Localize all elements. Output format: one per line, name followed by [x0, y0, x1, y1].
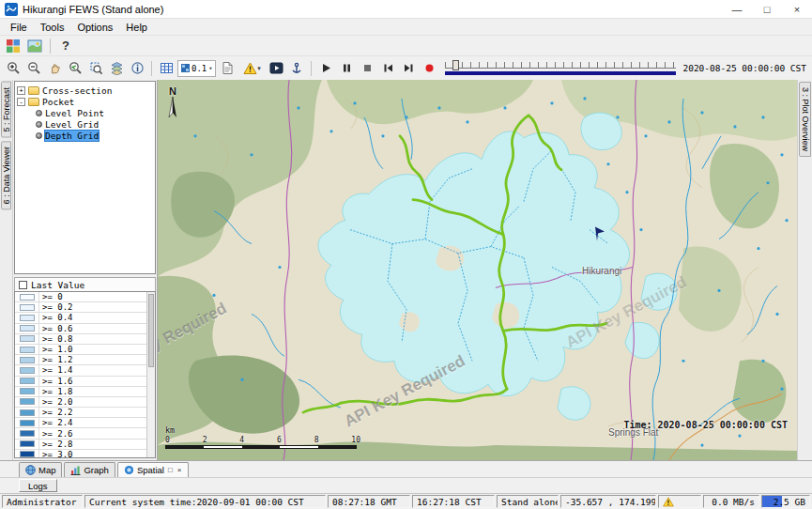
profile-tool-icon[interactable] — [287, 59, 306, 78]
class-break-value: 0.1 — [192, 64, 207, 73]
tab-close-icon[interactable]: × — [176, 466, 183, 474]
time-slider-thumb[interactable] — [452, 60, 459, 70]
menu-tools[interactable]: Tools — [34, 21, 71, 34]
expand-icon[interactable]: + — [17, 86, 25, 95]
north-arrow: N — [167, 85, 178, 123]
main-toolbar: ? — [0, 35, 812, 55]
time-slider-range-bar — [445, 71, 676, 75]
tab-data-viewer[interactable]: 6 : Data Viewer — [1, 141, 11, 209]
legend-row: >= 1.8 — [15, 387, 146, 397]
app-logo-icon — [5, 3, 18, 16]
menu-bar: File Tools Options Help — [0, 19, 812, 35]
zoom-extent-icon[interactable] — [86, 59, 105, 78]
tab-plot-overview[interactable]: 3 : Plot Overview — [799, 82, 811, 157]
maximize-button[interactable]: □ — [752, 0, 782, 18]
map-time-label: Time: 2020-08-25 00:00:00 CST — [623, 420, 788, 430]
map-display-icon[interactable] — [25, 37, 44, 55]
chart-icon — [70, 465, 81, 475]
main-area: 5 : Forecast 6 : Data Viewer + Cross-sec… — [0, 80, 812, 460]
warning-icon — [663, 497, 674, 507]
legend-row: >= 2.8 — [15, 440, 146, 450]
legend-swatch — [20, 378, 35, 384]
legend-swatch — [20, 451, 35, 457]
tree-leaf-level-grid[interactable]: Level Grid — [17, 118, 153, 130]
record-icon[interactable] — [420, 59, 438, 78]
legend-row: >= 3.0 — [15, 450, 146, 458]
help-icon[interactable]: ? — [56, 37, 75, 55]
folder-icon — [28, 86, 39, 95]
menu-help[interactable]: Help — [119, 21, 154, 34]
legend-row: >= 2.6 — [15, 428, 146, 439]
step-forward-icon[interactable] — [399, 59, 418, 78]
database-icon[interactable] — [4, 37, 23, 55]
layer-dot-icon — [36, 121, 42, 128]
tab-spatial[interactable]: Spatial □ × — [117, 462, 190, 477]
tab-spatial-label: Spatial — [137, 465, 164, 475]
tree-leaf-label-selected: Depth Grid — [45, 131, 99, 141]
memory-label: 2.5 GB — [774, 497, 805, 507]
legend-swatch — [20, 294, 35, 301]
tab-map-label: Map — [38, 465, 55, 475]
minimize-button[interactable]: — — [722, 0, 752, 18]
grid-display-icon[interactable] — [157, 59, 176, 78]
legend-panel: Last Value >= 0 >= 0.2 >= 0.4 >= 0.6 >= … — [13, 275, 157, 460]
tree-node-pocket[interactable]: - Pocket — [17, 96, 153, 107]
menu-options[interactable]: Options — [70, 21, 119, 34]
status-throughput: 0.0 MB/s — [703, 495, 759, 508]
tab-restore-icon[interactable]: □ — [167, 466, 174, 474]
basemap-image — [158, 80, 797, 460]
legend-swatch — [20, 347, 35, 353]
tab-graph[interactable]: Graph — [64, 462, 115, 477]
last-value-checkbox[interactable] — [19, 281, 27, 289]
current-time-label: 2020-08-25 00:00:00 CST — [682, 63, 808, 73]
legend-scrollbar-thumb[interactable] — [148, 294, 154, 367]
window-controls: — □ × — [722, 0, 812, 18]
legend-swatch — [20, 315, 35, 321]
legend-row: >= 0.8 — [15, 334, 146, 345]
collapse-icon[interactable]: - — [17, 98, 25, 106]
display-tab-bar: Map Graph Spatial □ × — [0, 460, 812, 477]
zoom-out-icon[interactable] — [24, 59, 43, 78]
info-icon[interactable] — [128, 59, 146, 78]
legend-swatch — [20, 304, 35, 311]
pause-icon[interactable] — [337, 59, 356, 78]
status-bar: Administrator Current system time:2020-0… — [0, 493, 812, 509]
stop-icon[interactable] — [358, 59, 376, 78]
legend-swatch — [20, 325, 35, 332]
map-view[interactable]: N API Key Required API Key Required API … — [158, 80, 797, 460]
pan-icon[interactable] — [45, 59, 64, 78]
logs-button[interactable]: Logs — [19, 479, 57, 492]
map-scalebar: km 02 46 810 — [165, 425, 360, 449]
step-back-icon[interactable] — [378, 59, 397, 78]
tab-forecast[interactable]: 5 : Forecast — [1, 82, 11, 138]
compass-label: N — [167, 85, 178, 97]
close-button[interactable]: × — [782, 0, 812, 18]
legend-row: >= 0.4 — [15, 313, 146, 323]
animation-icon[interactable] — [267, 59, 285, 78]
legend-swatch — [20, 440, 35, 447]
left-panel: + Cross-section - Pocket Level Point Lev… — [13, 80, 158, 460]
zoom-in-icon[interactable] — [4, 59, 23, 78]
tree-leaf-level-point[interactable]: Level Point — [17, 107, 153, 118]
tree-leaf-label: Level Grid — [45, 119, 99, 130]
globe-icon — [25, 465, 36, 475]
time-slider[interactable] — [445, 59, 676, 78]
zoom-previous-icon[interactable] — [66, 59, 84, 78]
legend-swatch — [20, 420, 35, 426]
tab-map[interactable]: Map — [19, 462, 62, 477]
legend-swatch — [20, 357, 35, 363]
document-icon[interactable] — [218, 59, 237, 78]
tree-node-cross-section[interactable]: + Cross-section — [17, 85, 153, 96]
layer-dot-icon — [36, 132, 42, 139]
legend-scrollbar[interactable] — [146, 292, 155, 457]
tree-leaf-depth-grid[interactable]: Depth Grid — [17, 130, 153, 141]
play-icon[interactable] — [316, 59, 335, 78]
status-warning[interactable] — [658, 495, 701, 508]
logs-row: Logs — [0, 477, 812, 493]
legend-header: Last Value — [14, 277, 156, 291]
layers-icon[interactable] — [107, 59, 126, 78]
warning-filter-icon[interactable]: ▾ — [238, 59, 265, 78]
scalebar-ticks: 02 46 810 — [165, 436, 360, 444]
menu-file[interactable]: File — [4, 21, 34, 34]
class-break-select[interactable]: 0.1 ▾ — [177, 60, 216, 77]
